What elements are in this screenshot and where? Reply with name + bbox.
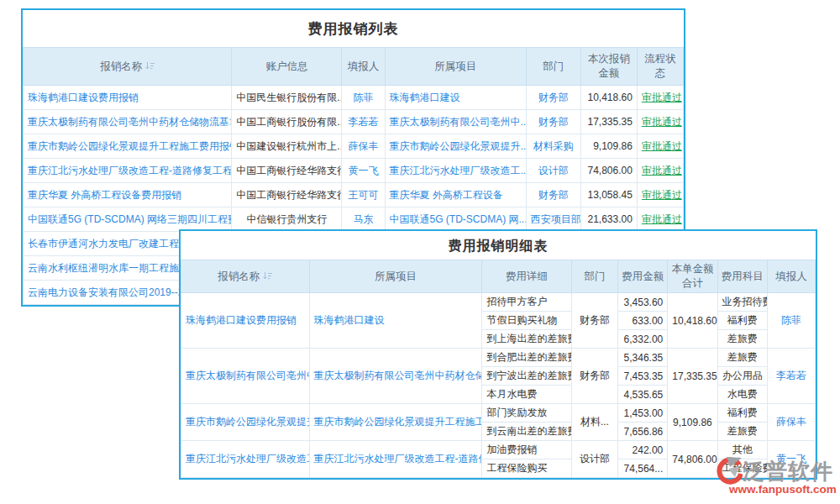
detail-header-col-project: 所属项目 xyxy=(309,260,482,293)
expense-category-cell: 办公用品 xyxy=(717,367,767,386)
column-label: 所属项目 xyxy=(375,270,417,282)
status-link[interactable]: 审批通过 xyxy=(637,183,683,207)
project-link[interactable]: 珠海鹤港口建设 xyxy=(385,86,526,110)
reporter-link[interactable]: 马东 xyxy=(342,207,385,232)
detail-project-link[interactable]: 重庆市鹅岭公园绿化景观提升工程施工 xyxy=(309,404,482,441)
expense-detail-panel: 费用报销明细表 报销名称所属项目费用详细部门费用金额本单金额合计费用科目填报人 … xyxy=(179,229,817,480)
detail-project-link[interactable]: 重庆江北污水处理厂级改造工程-道路修复工程 xyxy=(309,441,482,478)
expense-item-cell: 加油费报销 xyxy=(482,441,571,459)
item-amount-cell: 242.00 xyxy=(618,441,668,459)
item-amount-cell: 6,332.00 xyxy=(618,330,668,349)
detail-header-col-name[interactable]: 报销名称 xyxy=(181,260,310,293)
expense-item-cell: 工程保险购买 xyxy=(482,459,571,478)
amount-cell: 10,418.60 xyxy=(580,86,637,110)
item-amount-cell: 633.00 xyxy=(618,312,668,330)
list-header-col-account: 账户信息 xyxy=(232,48,342,86)
status-link[interactable]: 审批通过 xyxy=(637,134,683,159)
dept-link[interactable]: 财务部 xyxy=(526,183,580,207)
detail-header-col-desc: 费用详细 xyxy=(482,260,571,293)
detail-row: 珠海鹤港口建设费用报销珠海鹤港口建设招待甲方客户财务部3,453.6010,41… xyxy=(181,293,816,312)
header-row: 报销名称账户信息填报人所属项目部门本次报销金额流程状态 xyxy=(24,48,684,86)
brand-logo-icon xyxy=(716,457,743,486)
expense-item-cell: 节假日购买礼物 xyxy=(482,312,571,330)
page-canvas: 费用报销列表 报销名称账户信息填报人所属项目部门本次报销金额流程状态 珠海鹤港口… xyxy=(0,0,840,504)
detail-expense-name-link[interactable]: 重庆江北污水处理厂级改造工程-道 xyxy=(181,441,310,478)
list-header-col-project: 所属项目 xyxy=(385,48,526,86)
list-row: 重庆太极制药有限公司亳州中药材仓储物流基地项...中国工商银行股份有限...李若… xyxy=(24,110,684,134)
group-total-cell: 17,335.35 xyxy=(668,349,717,404)
detail-reporter-link[interactable]: 李若若 xyxy=(767,349,815,404)
list-row: 珠海鹤港口建设费用报销中国民生银行股份有限...陈菲珠海鹤港口建设财务部10,4… xyxy=(24,86,684,110)
amount-cell: 21,633.00 xyxy=(580,207,637,232)
list-header-col-name[interactable]: 报销名称 xyxy=(24,48,232,86)
detail-header-col-amount: 费用金额 xyxy=(618,260,668,293)
dept-link[interactable]: 西安项目部 xyxy=(526,207,580,232)
expense-item-cell: 部门奖励发放 xyxy=(482,404,571,423)
project-link[interactable]: 中国联通5G (TD-SCDMA) 网... xyxy=(385,207,526,232)
project-link[interactable]: 重庆太极制药有限公司亳州中... xyxy=(385,110,526,134)
expense-name-link[interactable]: 重庆市鹅岭公园绿化景观提升工程施工费用报销 xyxy=(24,134,232,159)
group-total-cell: 9,109.86 xyxy=(668,404,717,441)
account-cell: 中国民生银行股份有限... xyxy=(232,86,342,110)
item-amount-cell: 1,453.00 xyxy=(618,404,668,423)
detail-expense-name-link[interactable]: 珠海鹤港口建设费用报销 xyxy=(181,293,310,349)
detail-dept-cell: 设计部 xyxy=(571,441,617,478)
detail-row: 重庆太极制药有限公司亳州中药材重庆太极制药有限公司亳州中药材仓储物流到合肥出差的… xyxy=(181,349,816,367)
expense-category-cell: 福利费 xyxy=(717,312,767,330)
status-link[interactable]: 审批通过 xyxy=(637,110,683,134)
brand-name: 泛普软件 xyxy=(743,457,833,486)
group-total-cell: 10,418.60 xyxy=(668,293,717,349)
detail-header-col-category: 费用科目 xyxy=(717,260,767,293)
dept-link[interactable]: 财务部 xyxy=(526,86,580,110)
account-cell: 中国工商银行经华路支行 xyxy=(232,183,342,207)
column-label: 报销名称 xyxy=(218,270,260,282)
list-row: 中国联通5G (TD-SCDMA) 网络三期四川工程费...中信银行贵州支行马东… xyxy=(24,207,684,232)
status-link[interactable]: 审批通过 xyxy=(637,159,683,183)
account-cell: 中信银行贵州支行 xyxy=(232,207,342,232)
expense-item-cell: 招待甲方客户 xyxy=(482,293,571,312)
detail-expense-name-link[interactable]: 重庆太极制药有限公司亳州中药材 xyxy=(181,349,310,404)
column-label: 填报人 xyxy=(775,270,807,282)
status-link[interactable]: 审批通过 xyxy=(637,86,683,110)
detail-header-col-total: 本单金额合计 xyxy=(668,260,717,293)
item-amount-cell: 3,453.60 xyxy=(618,293,668,312)
expense-name-link[interactable]: 重庆华夏 外高桥工程设备费用报销 xyxy=(24,183,232,207)
column-label: 流程状态 xyxy=(644,53,676,79)
detail-project-link[interactable]: 珠海鹤港口建设 xyxy=(309,293,482,349)
amount-cell: 74,806.00 xyxy=(580,159,637,183)
detail-reporter-link[interactable]: 薛保丰 xyxy=(767,404,815,441)
status-link[interactable]: 审批通过 xyxy=(637,207,683,232)
list-row: 重庆市鹅岭公园绿化景观提升工程施工费用报销中国建设银行杭州市上...薛保丰重庆市… xyxy=(24,134,684,159)
dept-link[interactable]: 设计部 xyxy=(526,159,580,183)
reporter-link[interactable]: 王可可 xyxy=(342,183,385,207)
expense-name-link[interactable]: 中国联通5G (TD-SCDMA) 网络三期四川工程费... xyxy=(24,207,232,232)
account-cell: 中国建设银行杭州市上... xyxy=(232,134,342,159)
brand-url: www.fanpusoft.com xyxy=(729,483,837,496)
amount-cell: 13,058.45 xyxy=(580,183,637,207)
column-label: 费用金额 xyxy=(622,270,664,282)
column-label: 部门 xyxy=(584,270,605,282)
list-header-col-status: 流程状态 xyxy=(637,48,683,86)
detail-reporter-link[interactable]: 陈菲 xyxy=(767,293,815,349)
expense-detail-title: 费用报销明细表 xyxy=(181,231,816,260)
dept-link[interactable]: 财务部 xyxy=(526,110,580,134)
reporter-link[interactable]: 陈菲 xyxy=(342,86,385,110)
expense-name-link[interactable]: 重庆江北污水处理厂级改造工程-道路修复工程费用... xyxy=(24,159,232,183)
project-link[interactable]: 重庆市鹅岭公园绿化景观提升... xyxy=(385,134,526,159)
column-label: 账户信息 xyxy=(265,60,307,72)
expense-name-link[interactable]: 珠海鹤港口建设费用报销 xyxy=(24,86,232,110)
project-link[interactable]: 重庆华夏 外高桥工程设备 xyxy=(385,183,526,207)
group-total-cell: 74,806.00 xyxy=(668,441,717,478)
reporter-link[interactable]: 李若若 xyxy=(342,110,385,134)
expense-name-link[interactable]: 重庆太极制药有限公司亳州中药材仓储物流基地项... xyxy=(24,110,232,134)
reporter-link[interactable]: 薛保丰 xyxy=(342,134,385,159)
column-label: 填报人 xyxy=(348,60,380,72)
column-label: 本单金额合计 xyxy=(671,263,713,289)
project-link[interactable]: 重庆江北污水处理厂级改造工... xyxy=(385,159,526,183)
detail-project-link[interactable]: 重庆太极制药有限公司亳州中药材仓储物流 xyxy=(309,349,482,404)
detail-expense-name-link[interactable]: 重庆市鹅岭公园绿化景观提升工程施 xyxy=(181,404,310,441)
column-label: 本次报销金额 xyxy=(588,53,630,79)
dept-link[interactable]: 材料采购 xyxy=(526,134,580,159)
amount-cell: 17,335.35 xyxy=(580,110,637,134)
reporter-link[interactable]: 黄一飞 xyxy=(342,159,385,183)
